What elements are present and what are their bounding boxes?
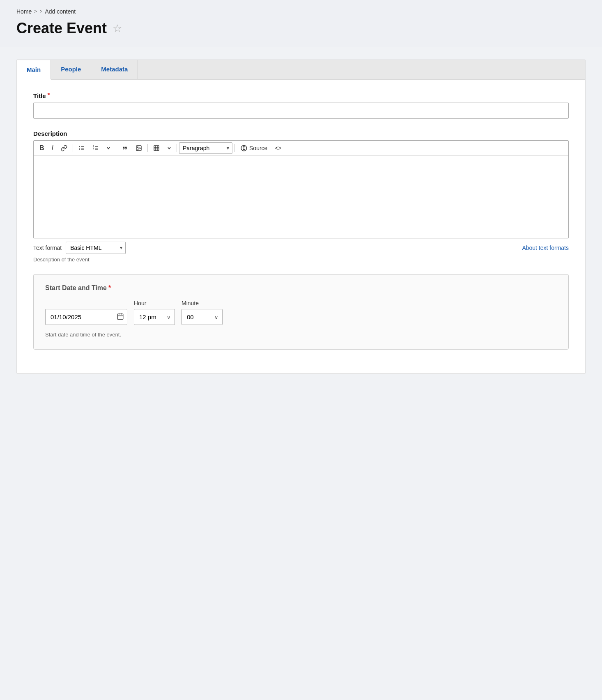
breadcrumb-sep2: > — [39, 9, 42, 14]
minute-select-wrapper: 00 15 30 45 — [182, 309, 223, 325]
format-row: Text format Basic HTML Full HTML Restric… — [33, 242, 569, 254]
date-input-wrapper — [45, 309, 127, 325]
italic-button[interactable]: I — [48, 142, 57, 154]
link-button[interactable] — [57, 143, 71, 153]
title-label: Title * — [33, 92, 569, 99]
main-content: Main People Metadata Title * Descri — [0, 47, 602, 386]
source-icon — [240, 144, 248, 152]
toolbar-separator-1 — [73, 144, 73, 152]
blockquote-button[interactable] — [118, 143, 131, 153]
title-required-star: * — [48, 92, 50, 99]
list-dropdown-button[interactable] — [103, 144, 114, 152]
link-icon — [61, 145, 67, 151]
calendar-icon-button[interactable] — [117, 313, 124, 322]
editor-container: B I — [33, 140, 569, 238]
svg-point-3 — [79, 146, 80, 147]
form-body: Title * Description B I — [17, 80, 585, 373]
tabs-bar: Main People Metadata — [17, 60, 585, 80]
calendar-icon — [117, 313, 124, 320]
date-time-inputs: Hour 12 am 1 am 2 am 3 am 4 am 5 am 6 am — [45, 300, 557, 325]
breadcrumb-home[interactable]: Home — [16, 8, 32, 15]
svg-rect-21 — [117, 314, 123, 320]
about-text-formats-link[interactable]: About text formats — [522, 245, 569, 251]
code-view-button[interactable]: <> — [271, 143, 285, 153]
blockquote-icon — [122, 145, 128, 151]
chevron-down-icon-2 — [167, 146, 171, 150]
form-card: Main People Metadata Title * Descri — [16, 59, 586, 374]
tab-main[interactable]: Main — [17, 60, 51, 80]
numbered-list-icon: 1 2 3 — [92, 145, 99, 151]
toolbar-separator-4 — [177, 144, 177, 152]
toolbar-separator-3 — [147, 144, 148, 152]
format-row-left: Text format Basic HTML Full HTML Restric… — [33, 242, 126, 254]
table-button[interactable] — [150, 143, 163, 153]
description-editor[interactable] — [34, 156, 568, 238]
description-label: Description — [33, 130, 569, 137]
breadcrumb-sep1: > — [34, 9, 37, 14]
date-input[interactable] — [45, 309, 127, 325]
page-title-row: Create Event ☆ — [16, 20, 586, 37]
bullet-list-icon — [78, 145, 85, 151]
date-time-title: Start Date and Time * — [45, 284, 557, 292]
paragraph-format-select[interactable]: Paragraph Heading 1 Heading 2 Heading 3 — [179, 142, 232, 154]
date-time-card: Start Date and Time * — [33, 274, 569, 350]
hour-label: Hour — [134, 300, 175, 307]
text-format-label: Text format — [33, 245, 62, 251]
text-format-select-wrapper: Basic HTML Full HTML Restricted HTML Pla… — [66, 242, 126, 254]
editor-toolbar: B I — [34, 141, 568, 156]
numbered-list-button[interactable]: 1 2 3 — [89, 143, 102, 153]
toolbar-separator-2 — [116, 144, 116, 152]
source-button[interactable]: Source — [237, 142, 271, 154]
image-button[interactable] — [132, 143, 145, 153]
hour-select-wrapper: 12 am 1 am 2 am 3 am 4 am 5 am 6 am 7 am… — [134, 309, 175, 325]
page-title: Create Event — [16, 20, 107, 37]
page-header: Home > > Add content Create Event ☆ — [0, 0, 602, 47]
svg-rect-14 — [154, 146, 159, 151]
date-time-required-star: * — [108, 284, 111, 292]
bold-button[interactable]: B — [36, 142, 48, 154]
description-hint: Description of the event — [33, 256, 569, 263]
tab-people[interactable]: People — [51, 60, 91, 79]
title-field-group: Title * — [33, 92, 569, 119]
favorite-star-icon[interactable]: ☆ — [113, 22, 122, 35]
breadcrumb-current[interactable]: Add content — [45, 8, 76, 15]
svg-point-13 — [138, 147, 138, 148]
paragraph-select-wrapper: Paragraph Heading 1 Heading 2 Heading 3 — [179, 142, 232, 154]
minute-select[interactable]: 00 15 30 45 — [182, 309, 223, 325]
minute-field: Minute 00 15 30 45 — [182, 300, 223, 325]
start-date-time-hint: Start date and time of the event. — [45, 332, 557, 338]
toolbar-separator-5 — [234, 144, 235, 152]
hour-select[interactable]: 12 am 1 am 2 am 3 am 4 am 5 am 6 am 7 am… — [134, 309, 175, 325]
image-icon — [136, 145, 142, 151]
table-icon — [153, 145, 160, 151]
title-input[interactable] — [33, 103, 569, 119]
minute-label: Minute — [182, 300, 223, 307]
description-field-group: Description B I — [33, 130, 569, 263]
tab-metadata[interactable]: Metadata — [91, 60, 138, 79]
chevron-down-icon — [106, 146, 110, 150]
start-date-time-group: Start Date and Time * — [33, 274, 569, 350]
svg-text:3: 3 — [93, 148, 94, 151]
svg-point-5 — [79, 149, 80, 150]
svg-point-4 — [79, 148, 80, 149]
text-format-select[interactable]: Basic HTML Full HTML Restricted HTML Pla… — [66, 242, 126, 254]
table-dropdown-button[interactable] — [164, 144, 175, 152]
breadcrumb: Home > > Add content — [16, 8, 586, 15]
hour-field: Hour 12 am 1 am 2 am 3 am 4 am 5 am 6 am — [134, 300, 175, 325]
bullet-list-button[interactable] — [75, 143, 88, 153]
